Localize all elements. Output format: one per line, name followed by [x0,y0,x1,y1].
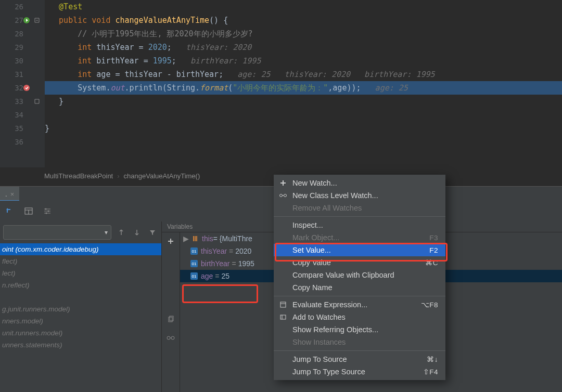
stack-frame[interactable]: oint (com.xm.coder.ideadebug) [0,243,161,255]
svg-point-20 [284,194,287,197]
debug-tab[interactable]: . × [0,187,19,201]
frames-panel: ▾ oint (com.xm.coder.ideadebug) flect) l… [0,221,162,392]
watches-icon [279,313,287,321]
restart-frame-icon[interactable] [4,205,16,217]
primitive-icon: 01 [190,247,198,255]
line-number[interactable]: 34 [0,108,44,122]
menu-separator [274,216,445,217]
svg-point-19 [280,194,283,197]
run-gutter-icon[interactable] [23,17,30,24]
line-number[interactable]: 30 [0,54,44,68]
stack-frame[interactable]: g.junit.runners.model) [0,303,161,315]
close-icon[interactable]: × [10,190,15,198]
menu-separator [274,350,445,351]
collapse-end-icon[interactable] [33,97,41,106]
menu-class-watch[interactable]: New Class Level Watch... [274,189,445,202]
prev-frame-icon[interactable] [116,227,127,238]
inline-hint: thisYear: 2020 [172,43,252,52]
chevron-right-icon: › [113,172,123,180]
line-number[interactable]: 32 [0,81,44,95]
object-icon [190,234,200,243]
menu-set-value[interactable]: Set Value...F2 [274,244,445,256]
line-number[interactable]: 31 [0,68,44,81]
svg-rect-22 [280,302,286,307]
menu-mark-object: Mark Object...F3 [274,231,445,244]
menu-jump-type[interactable]: Jump To Type Source⇧F4 [274,365,445,378]
stack-frame[interactable]: n.reflect) [0,279,161,291]
svg-point-13 [167,336,170,339]
menu-copy-value[interactable]: Copy Value⌘C [274,256,445,269]
svg-rect-17 [195,236,196,241]
expand-icon[interactable]: ▶ [183,234,190,243]
filter-icon[interactable] [147,227,158,238]
breadcrumb-class[interactable]: MultiThreadBreakPoint [44,172,113,180]
stack-frame[interactable]: unit.runners.model) [0,327,161,339]
plus-icon [279,179,287,187]
settings-icon[interactable] [42,205,53,217]
annotation: @Test [59,2,82,11]
menu-instances: Show Instances [274,336,445,348]
svg-rect-16 [193,236,194,241]
menu-compare-clipboard[interactable]: Compare Value with Clipboard [274,269,445,281]
line-number[interactable]: 29 [0,41,44,54]
menu-remove-watches: Remove All Watches [274,202,445,214]
collapse-icon[interactable] [33,16,41,24]
breadcrumb[interactable]: MultiThreadBreakPoint › changeValueAtAny… [44,169,200,182]
code-content[interactable]: @Test public void changeValueAtAnyTime()… [45,0,562,167]
variables-toolbar [162,232,180,392]
current-execution-line[interactable]: System.out.println(String.format("小明今年的实… [45,81,562,95]
menu-evaluate[interactable]: Evaluate Expression...⌥F8 [274,298,445,311]
menu-new-watch[interactable]: New Watch... [274,177,445,189]
inline-hint: age: 25 thisYear: 2020 birthYear: 1995 [223,70,435,79]
svg-point-1 [23,85,30,91]
svg-rect-18 [196,236,197,241]
line-number[interactable]: 35 [0,122,44,135]
menu-referring[interactable]: Show Referring Objects... [274,323,445,336]
glasses-icon [279,191,287,200]
add-icon[interactable] [165,236,176,247]
line-number[interactable]: 36 [0,135,44,149]
svg-rect-24 [280,315,286,319]
svg-point-9 [48,211,49,212]
line-number[interactable]: 33 [0,95,44,108]
menu-jump-source[interactable]: Jump To Source⌘↓ [274,353,445,365]
menu-separator [274,296,445,296]
layout-icon[interactable] [23,205,34,217]
copy-icon[interactable] [165,313,176,325]
svg-point-8 [45,208,47,210]
inline-hint: birthYear: 1995 [176,56,261,66]
menu-inspect[interactable]: Inspect... [274,219,445,231]
next-frame-icon[interactable] [131,227,143,238]
breakpoint-icon[interactable] [23,84,30,92]
breadcrumb-method[interactable]: changeValueAtAnyTime() [124,172,200,180]
inline-hint: age: 25 [361,83,408,93]
glasses-icon[interactable] [165,332,176,344]
frames-list[interactable]: oint (com.xm.coder.ideadebug) flect) lec… [0,243,161,392]
comment: // 小明于1995年出生, 那2020年的小明多少岁? [78,29,252,39]
method-name: changeValueAtAnyTime [115,16,209,25]
line-number[interactable]: 26 [0,0,44,14]
stack-frame[interactable]: lect) [0,267,161,279]
chevron-down-icon: ▾ [105,229,108,236]
stack-frame[interactable]: nners.model) [0,315,161,327]
menu-add-watches[interactable]: Add to Watches [274,311,445,323]
highlight-box [182,284,258,303]
line-number[interactable]: 28 [0,27,44,41]
svg-point-10 [46,213,47,214]
line-number[interactable]: 27 [0,14,44,27]
svg-point-14 [171,336,174,339]
code-editor[interactable]: 26 27 28 29 30 31 32 33 34 35 36 @Test [0,0,562,167]
primitive-icon: 01 [190,260,198,267]
calculator-icon [279,300,287,309]
svg-rect-11 [169,317,172,322]
thread-dropdown[interactable]: ▾ [3,225,111,240]
stack-frame[interactable] [0,291,161,303]
editor-gutter[interactable]: 26 27 28 29 30 31 32 33 34 35 36 [0,0,45,167]
menu-copy-name[interactable]: Copy Name [274,281,445,294]
stack-frame[interactable]: flect) [0,255,161,267]
stack-frame[interactable]: unners.statements) [0,339,161,351]
primitive-icon: 01 [190,272,198,280]
context-menu[interactable]: New Watch... New Class Level Watch... Re… [274,175,445,380]
svg-rect-12 [170,316,173,321]
